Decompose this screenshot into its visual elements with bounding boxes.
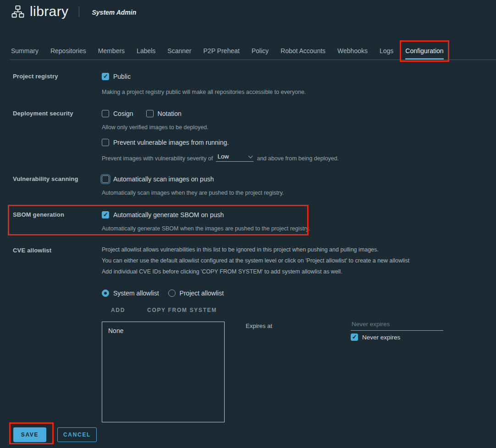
notation-checkbox[interactable] [146, 110, 154, 117]
deployment-security-label: Deployment security [13, 110, 98, 117]
auto-sbom-help: Automatically generate SBOM when the ima… [102, 225, 487, 232]
notation-checkbox-row: Notation [146, 109, 182, 118]
severity-selected-value: Low [217, 153, 229, 160]
tab-summary[interactable]: Summary [11, 44, 39, 60]
organization-icon [11, 5, 25, 18]
tab-scanner[interactable]: Scanner [167, 44, 191, 60]
sbom-generation-label: SBOM generation [13, 211, 98, 218]
public-checkbox-label: Public [113, 73, 131, 80]
expires-at-input[interactable] [351, 320, 443, 331]
auto-scan-checkbox-row: Automatically scan images on push [102, 175, 487, 183]
cancel-button[interactable]: CANCEL [57, 427, 97, 442]
tab-repositories[interactable]: Repositories [50, 44, 86, 60]
tab-logs[interactable]: Logs [380, 44, 393, 60]
cve-help-line-1: Project allowlist allows vulnerabilities… [102, 246, 487, 253]
never-expires-checkbox[interactable] [351, 333, 358, 341]
public-checkbox-row: Public [102, 72, 487, 81]
tab-robot-accounts[interactable]: Robot Accounts [281, 44, 325, 60]
severity-select[interactable]: Low [216, 153, 254, 162]
cve-help-line-2: You can either use the default allowlist… [102, 257, 487, 264]
prevent-vulnerable-checkbox-row: Prevent vulnerable images from running. [102, 138, 487, 147]
verified-images-help: Allow only verified images to be deploye… [102, 124, 487, 131]
chevron-down-icon [248, 153, 253, 158]
form-actions: SAVE CANCEL [13, 427, 97, 442]
cosign-checkbox-label: Cosign [113, 110, 133, 117]
tab-bar: Summary Repositories Members Labels Scan… [11, 44, 456, 60]
project-allowlist-radio-label: Project allowlist [180, 290, 224, 297]
notation-checkbox-label: Notation [158, 110, 182, 117]
auto-sbom-checkbox-row: Automatically generate SBOM on push [102, 211, 487, 219]
expires-at-label: Expires at [246, 322, 272, 329]
auto-sbom-checkbox-label: Automatically generate SBOM on push [113, 211, 224, 219]
prevent-vulnerable-checkbox[interactable] [102, 139, 109, 146]
cve-allowlist-label: CVE allowlist [13, 247, 98, 254]
tab-policy[interactable]: Policy [252, 44, 269, 60]
project-allowlist-radio[interactable] [168, 290, 176, 297]
auto-scan-help: Automatically scan images when they are … [102, 190, 487, 197]
never-expires-checkbox-row: Never expires [351, 333, 400, 341]
role-badge: System Admin [92, 9, 136, 16]
tab-p2p-preheat[interactable]: P2P Preheat [204, 44, 240, 60]
system-allowlist-radio-label: System allowlist [113, 290, 159, 297]
tab-labels[interactable]: Labels [137, 44, 155, 60]
add-cve-button[interactable]: ADD [111, 307, 125, 313]
cve-help-line-3: Add individual CVE IDs before clicking '… [102, 268, 487, 275]
allowlist-toolbar: ADD COPY FROM SYSTEM [111, 307, 487, 313]
tab-members[interactable]: Members [98, 44, 125, 60]
system-allowlist-radio[interactable] [102, 290, 109, 297]
severity-suffix-text: and above from being deployed. [257, 155, 339, 162]
copy-from-system-button[interactable]: COPY FROM SYSTEM [147, 307, 217, 313]
cosign-checkbox-row: Cosign [102, 109, 133, 118]
vulnerability-scanning-label: Vulnerability scanning [13, 175, 98, 182]
severity-prefix-text: Prevent images with vulnerability severi… [102, 155, 213, 162]
auto-scan-checkbox-label: Automatically scan images on push [113, 175, 214, 183]
tabs-underline-rule [10, 60, 496, 60]
cve-list-box[interactable]: None [102, 322, 225, 422]
tab-webhooks[interactable]: Webhooks [337, 44, 368, 60]
cosign-checkbox[interactable] [102, 110, 109, 117]
header-divider [79, 7, 79, 17]
allowlist-radio-group: System allowlist Project allowlist [102, 289, 487, 297]
auto-sbom-checkbox[interactable] [102, 211, 109, 219]
save-button[interactable]: SAVE [13, 427, 46, 442]
tab-configuration[interactable]: Configuration [405, 44, 443, 60]
severity-help-line: Prevent images with vulnerability severi… [102, 153, 487, 162]
public-checkbox[interactable] [102, 73, 109, 80]
project-registry-label: Project registry [13, 73, 98, 80]
page-title: library [30, 4, 68, 19]
auto-scan-checkbox[interactable] [102, 175, 109, 183]
project-configuration-page: library System Admin Summary Repositorie… [0, 0, 496, 448]
never-expires-checkbox-label: Never expires [362, 334, 400, 341]
cve-list-content: None [108, 327, 123, 334]
project-registry-help: Making a project registry public will ma… [102, 89, 487, 96]
page-header: library System Admin [0, 0, 496, 23]
prevent-vulnerable-checkbox-label: Prevent vulnerable images from running. [113, 139, 229, 146]
